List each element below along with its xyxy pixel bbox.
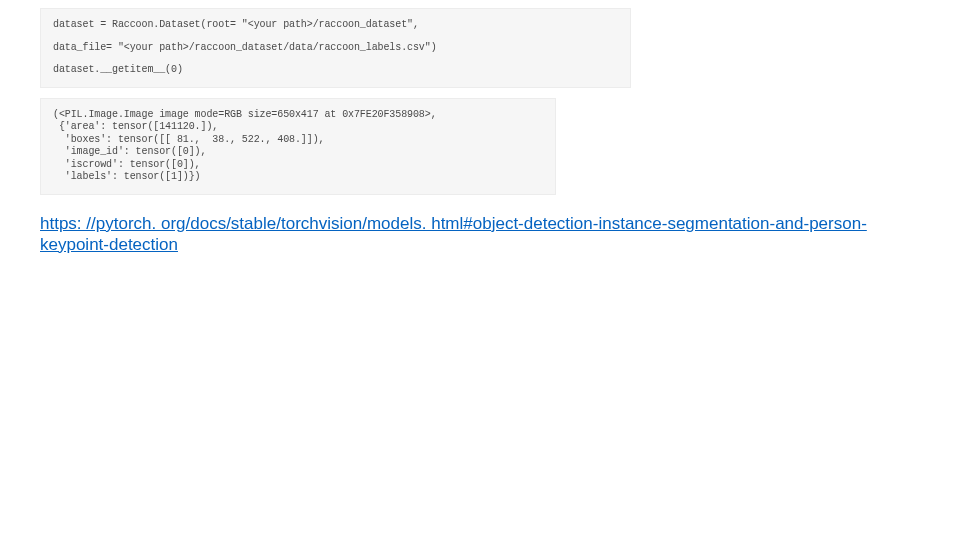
code-line: data_file= "<your path>/raccoon_dataset/…: [53, 42, 437, 53]
code-line: 'labels': tensor([1])}): [53, 171, 201, 182]
reference-link-paragraph: https: //pytorch. org/docs/stable/torchv…: [40, 213, 920, 256]
code-line: 'image_id': tensor([0]),: [53, 146, 206, 157]
code-line: dataset = Raccoon.Dataset(root= "<your p…: [53, 19, 419, 30]
code-line: 'boxes': tensor([[ 81., 38., 522., 408.]…: [53, 134, 324, 145]
code-output-block: (<PIL.Image.Image image mode=RGB size=65…: [40, 98, 556, 195]
code-line: {'area': tensor([141120.]),: [53, 121, 218, 132]
code-line: 'iscrowd': tensor([0]),: [53, 159, 201, 170]
code-line: dataset.__getitem__(0): [53, 64, 183, 75]
code-input-block: dataset = Raccoon.Dataset(root= "<your p…: [40, 8, 631, 88]
slide: dataset = Raccoon.Dataset(root= "<your p…: [0, 0, 960, 540]
code-line: (<PIL.Image.Image image mode=RGB size=65…: [53, 109, 437, 120]
pytorch-docs-link[interactable]: https: //pytorch. org/docs/stable/torchv…: [40, 214, 867, 254]
